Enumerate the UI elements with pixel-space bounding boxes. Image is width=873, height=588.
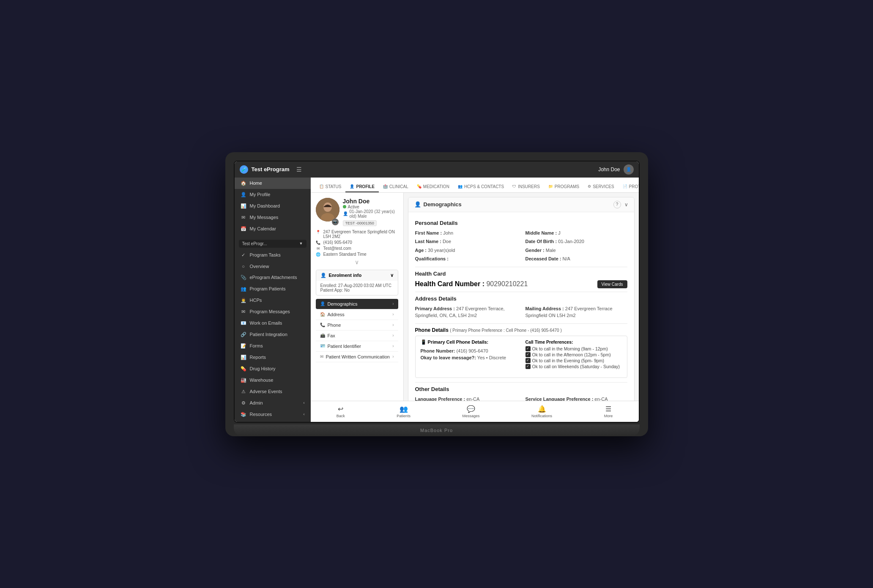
dob-value: 01-Jan-2020 [558, 239, 584, 244]
language-row: Language Preference : en-CA [415, 396, 517, 401]
sidebar-label-warehouse: Warehouse [250, 377, 274, 383]
age-label: Age : [415, 248, 427, 253]
tab-hcps[interactable]: 👥 HCPS & CONTACTS [454, 182, 508, 192]
emails-icon: 📧 [241, 320, 246, 326]
address-details-grid: Primary Address : 247 Evergreen Terrace,… [415, 305, 627, 319]
sidebar-item-admin[interactable]: ⚙ Admin ‹ [235, 397, 311, 409]
health-card-number-row: Health Card Number : 90290210221 [415, 280, 528, 288]
toolbar-patients[interactable]: 👥 Patients [393, 403, 414, 420]
sidebar-item-my-systems[interactable]: 💻 My Systems ‹ [235, 420, 311, 422]
tab-insurers[interactable]: 🛡 INSURERS [508, 182, 544, 192]
first-name-value: John [443, 230, 453, 235]
tab-medication[interactable]: 💊 MEDICATION [413, 182, 454, 192]
sidebar-item-resources[interactable]: 📚 Resources ‹ [235, 409, 311, 420]
calendar-icon: 📅 [241, 226, 246, 232]
sub-menu-patient-identifier[interactable]: 🪪 Patient Identifier › [316, 341, 398, 352]
prog-messages-icon: ✉ [241, 309, 246, 315]
tab-status[interactable]: 📋 STATUS [315, 182, 346, 192]
patients-icon: 👥 [241, 286, 246, 292]
tab-insurers-label: INSURERS [518, 184, 540, 189]
app-header-left: 🧪 Test eProgram ☰ [240, 165, 302, 174]
laptop-frame: 🧪 Test eProgram ☰ John Doe 👤 🏠 Home 👤 My… [225, 152, 648, 436]
patient-tz-row: 🌐 Eastern Standard Time [316, 252, 398, 257]
deceased-label: Deceased Date : [525, 256, 561, 261]
toolbar-notifications[interactable]: 🔔 Notifications [528, 403, 556, 420]
gender-value: Male [546, 248, 556, 253]
help-icon[interactable]: ? [613, 201, 621, 208]
avatar-image [316, 198, 339, 222]
middle-name-row: Middle Name : J [525, 230, 627, 237]
sidebar-item-overview[interactable]: ○ Overview [235, 261, 311, 272]
call-time-afternoon: ✓ Ok to call in the Afternoon (12pm - 5p… [525, 352, 622, 357]
patients-label: Patients [397, 414, 411, 418]
reports-icon: 📊 [241, 355, 246, 360]
camera-icon[interactable]: 📷 [332, 219, 339, 225]
patient-name: John Doe [343, 198, 398, 205]
written-comm-arrow: › [392, 354, 394, 359]
sidebar-item-my-profile[interactable]: 👤 My Profile [235, 189, 311, 200]
sidebar-item-reports[interactable]: 📊 Reports [235, 352, 311, 363]
sidebar-item-warehouse[interactable]: 🏭 Warehouse [235, 375, 311, 386]
sub-menu-fax[interactable]: 📠 Fax › [316, 331, 398, 341]
dashboard-icon: 📊 [241, 203, 246, 209]
patient-profile-header: 📷 John Doe Active 👤 01-Jan-2 [316, 198, 398, 226]
sub-menu-phone[interactable]: 📞 Phone › [316, 320, 398, 331]
sub-menu-demographics[interactable]: 👤 Demographics › [316, 299, 398, 309]
phone-number-value: (416) 905-6470 [456, 348, 488, 353]
status-tab-icon: 📋 [319, 184, 324, 189]
sidebar-label-patient-integration: Patient Integration [250, 332, 287, 337]
sidebar-item-drug-history[interactable]: 💊 Drug History [235, 363, 311, 375]
tab-clinical[interactable]: 🏥 CLINICAL [379, 182, 413, 192]
hamburger-icon[interactable]: ☰ [296, 166, 302, 173]
call-time-evening: ✓ Ok to call in the Evening (5pm- 9pm) [525, 358, 622, 363]
call-time-title: Call Time Preferences: [525, 339, 622, 345]
sidebar-item-home[interactable]: 🏠 Home [235, 178, 311, 189]
sub-menu-address[interactable]: 🏠 Address › [316, 309, 398, 320]
sidebar-item-adverse-events[interactable]: ⚠ Adverse Events [235, 386, 311, 397]
tab-programs-label: PROGRAMS [555, 184, 579, 189]
sidebar-item-work-on-emails[interactable]: 📧 Work on Emails [235, 317, 311, 329]
medication-tab-icon: 💊 [417, 184, 421, 189]
sidebar-label-program-tasks: Program Tasks [250, 252, 281, 257]
admin-chevron: ‹ [304, 401, 305, 405]
collapse-icon[interactable]: ∨ [624, 202, 628, 208]
tab-programs[interactable]: 📁 PROGRAMS [544, 182, 583, 192]
sidebar-item-my-dashboard[interactable]: 📊 My Dashboard [235, 200, 311, 212]
patient-phone: (416) 905-6470 [323, 240, 352, 245]
patient-timezone: Eastern Standard Time [323, 252, 367, 257]
sidebar-item-my-messages[interactable]: ✉ My Messages [235, 212, 311, 223]
afternoon-checkbox: ✓ [525, 352, 531, 357]
sidebar-label-my-calendar: My Calendar [250, 226, 276, 231]
sidebar-item-eprogram-attachments[interactable]: 📎 eProgram Attachments [235, 272, 311, 283]
notifications-label: Notifications [531, 414, 552, 418]
toolbar-back[interactable]: ↩ Back [333, 403, 348, 420]
user-avatar[interactable]: 👤 [624, 164, 634, 175]
view-cards-button[interactable]: View Cards [597, 280, 627, 288]
patient-content: 📷 John Doe Active 👤 01-Jan-2 [311, 193, 639, 401]
sidebar-item-my-calendar[interactable]: 📅 My Calendar [235, 223, 311, 235]
toolbar-more-icon: ☰ [605, 405, 611, 413]
sidebar-label-home: Home [250, 181, 262, 186]
sidebar-dropdown-program[interactable]: Test eProgr... ▼ [239, 240, 307, 248]
age-value: 30 year(s)old [428, 248, 455, 253]
sidebar-item-program-messages[interactable]: ✉ Program Messages [235, 306, 311, 317]
service-language-row: Service Language Preference : en-CA [525, 396, 627, 401]
call-time-morning: ✓ Ok to call in the Morning (9am - 12pm) [525, 346, 622, 351]
address-arrow: › [392, 312, 394, 317]
sidebar-item-program-patients[interactable]: 👥 Program Patients [235, 283, 311, 295]
tab-profile[interactable]: 👤 PROFILE [345, 182, 378, 192]
enrolment-header[interactable]: 👤 Enrolment info ∨ [316, 270, 398, 281]
sidebar-item-forms[interactable]: 📝 Forms [235, 340, 311, 352]
expand-button[interactable]: ∨ [316, 258, 398, 266]
content-area: 📋 STATUS 👤 PROFILE 🏥 CLINICAL 💊 MEDICATI… [311, 178, 639, 422]
sidebar-item-program-tasks[interactable]: ✓ Program Tasks [235, 249, 311, 261]
patient-avatar [316, 198, 339, 222]
phone-left-col: 📱 Primary Cell Phone Details: Phone Numb… [421, 339, 517, 370]
sub-menu-written-comm[interactable]: ✉ Patient Written Communication › [316, 352, 398, 362]
toolbar-messages[interactable]: 💬 Messages [459, 403, 483, 420]
tab-services[interactable]: ⚙ SERVICES [583, 182, 618, 192]
tab-protocols[interactable]: 📄 PROTOCOLS [618, 182, 639, 192]
sidebar-item-hcps[interactable]: 👨‍⚕ HCPs [235, 295, 311, 306]
sidebar-item-patient-integration[interactable]: 🔗 Patient Integration [235, 329, 311, 340]
toolbar-more[interactable]: ☰ More [601, 403, 616, 420]
